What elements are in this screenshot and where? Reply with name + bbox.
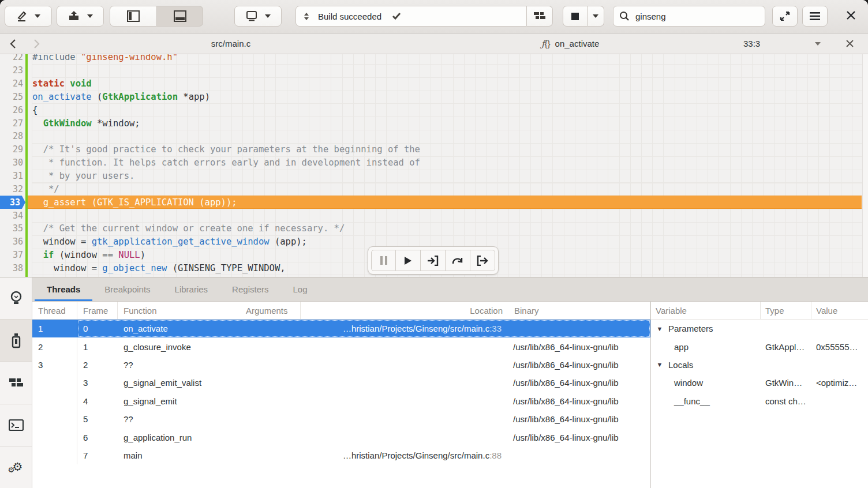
toggle-left-panel-button[interactable] (110, 6, 157, 27)
code-line-29[interactable]: 29 /* It's good practice to check your p… (0, 143, 868, 156)
pause-button[interactable] (371, 250, 396, 271)
search-input[interactable] (634, 11, 752, 22)
code-line-33[interactable]: 33 g_assert (GTK_IS_APPLICATION (app)); (0, 196, 868, 209)
column-header-binary[interactable]: Binary (508, 302, 650, 319)
code-line-23[interactable]: 23 (0, 64, 868, 77)
code-line-26[interactable]: 26{ (0, 103, 868, 117)
document-title[interactable]: src/main.c (211, 33, 250, 54)
stack-frame-row[interactable]: 21g_closure_invoke/usr/lib/x86_64-linux-… (32, 337, 650, 355)
code-line-28[interactable]: 28 (0, 130, 868, 143)
line-number[interactable]: 32 (0, 182, 25, 196)
panel-left-icon (127, 10, 140, 22)
variable-row[interactable]: appGtkAppl…0x55555… (651, 337, 868, 355)
stack-frame-row[interactable]: 7main…hristian/Projects/Ginseng/src/main… (32, 446, 650, 464)
line-number[interactable]: 27 (0, 117, 25, 130)
close-document-button[interactable] (846, 33, 854, 54)
column-header-thread[interactable]: Thread (32, 302, 77, 319)
stack-frame-row[interactable]: 5??/usr/lib/x86_64-linux-gnu/lib (32, 410, 650, 428)
code-line-31[interactable]: 31 * by your users. (0, 170, 868, 183)
run-options-button[interactable] (588, 6, 604, 27)
chevron-down-icon (35, 14, 40, 18)
line-number[interactable]: 29 (0, 143, 25, 156)
line-number[interactable]: 23 (0, 64, 25, 77)
source-editor[interactable]: 22#include "ginseng-window.h"2324static … (0, 54, 868, 277)
search-icon (619, 11, 630, 21)
variable-group-parameters[interactable]: ▼Parameters (651, 320, 868, 337)
stop-button[interactable] (563, 6, 588, 27)
column-header-variable[interactable]: Variable (651, 302, 761, 319)
column-header-value[interactable]: Value (811, 302, 868, 319)
code-line-27[interactable]: 27 GtkWindow *window; (0, 117, 868, 130)
stack-frame-row[interactable]: 6g_application_run/usr/lib/x86_64-linux-… (32, 428, 650, 446)
build-pipeline-button[interactable] (527, 6, 553, 27)
sidebar-item-terminal[interactable] (0, 404, 32, 446)
omnibar[interactable]: Build succeeded (295, 6, 527, 27)
code-line-32[interactable]: 32 */ (0, 182, 868, 196)
column-header-function[interactable]: Function (118, 302, 240, 319)
line-number[interactable]: 33 (0, 196, 25, 209)
global-search[interactable] (613, 6, 765, 27)
sidebar-item-debugger[interactable] (0, 320, 32, 362)
toggle-bottom-panel-button[interactable] (157, 6, 203, 27)
sidebar-item-messages[interactable] (0, 277, 32, 320)
window-close-button[interactable] (846, 10, 856, 20)
menu-button[interactable] (802, 6, 828, 27)
step-over-button[interactable] (446, 250, 470, 271)
variable-group-locals[interactable]: ▼Locals (651, 356, 868, 374)
tab-threads[interactable]: Threads (35, 277, 92, 301)
line-number[interactable]: 37 (0, 249, 25, 262)
nav-back-button[interactable] (9, 33, 16, 54)
line-number[interactable]: 26 (0, 103, 25, 117)
line-number[interactable]: 34 (0, 209, 25, 222)
code-line-39[interactable]: 39 "application", app (0, 275, 868, 277)
variables-view: VariableTypeValue ▼ParametersappGtkAppl…… (650, 302, 868, 488)
line-number[interactable]: 24 (0, 77, 25, 91)
column-header-arguments[interactable]: Arguments (240, 302, 301, 319)
stack-frame-row[interactable]: 10on_activate…hristian/Projects/Ginseng/… (32, 320, 650, 337)
expander-icon[interactable]: ▼ (656, 325, 664, 332)
code-line-24[interactable]: 24static void (0, 77, 868, 91)
stack-frame-row[interactable]: 32??/usr/lib/x86_64-linux-gnu/lib (32, 356, 650, 374)
frame-options-button[interactable] (815, 33, 821, 54)
stack-frame-row[interactable]: 3g_signal_emit_valist/usr/lib/x86_64-lin… (32, 374, 650, 392)
variable-row[interactable]: __func__const ch… (651, 392, 868, 410)
code-line-25[interactable]: 25on_activate (GtkApplication *app) (0, 91, 868, 104)
step-into-button[interactable] (421, 250, 446, 271)
code-line-35[interactable]: 35 /* Get the current window or create o… (0, 222, 868, 235)
expand-icon (780, 11, 790, 21)
export-button[interactable] (57, 6, 104, 27)
column-header-frame[interactable]: Frame (77, 302, 118, 319)
line-number[interactable]: 28 (0, 130, 25, 143)
continue-button[interactable] (396, 250, 421, 271)
code-line-22[interactable]: 22#include "ginseng-window.h" (0, 54, 868, 64)
column-header-location[interactable]: Location (301, 302, 508, 319)
tab-libraries[interactable]: Libraries (163, 277, 220, 301)
sidebar-item-build[interactable] (0, 362, 32, 404)
line-number[interactable]: 31 (0, 170, 25, 183)
line-number[interactable]: 36 (0, 235, 25, 249)
header-bar: Build succeeded (0, 0, 868, 33)
line-number[interactable]: 35 (0, 222, 25, 235)
sidebar-item-settings[interactable]: ⚙ ⚙ (0, 446, 32, 488)
line-number[interactable]: 22 (0, 54, 25, 64)
line-number[interactable]: 39 (0, 275, 25, 277)
line-number[interactable]: 38 (0, 262, 25, 275)
column-header-type[interactable]: Type (761, 302, 811, 319)
tab-registers[interactable]: Registers (220, 277, 280, 301)
code-line-30[interactable]: 30 * function. It helps catch errors ear… (0, 156, 868, 170)
expander-icon[interactable]: ▼ (656, 361, 664, 368)
code-line-34[interactable]: 34 (0, 209, 868, 222)
edit-mode-button[interactable] (5, 6, 52, 27)
tab-log[interactable]: Log (280, 277, 319, 301)
step-out-button[interactable] (470, 250, 495, 271)
line-number[interactable]: 25 (0, 91, 25, 104)
variable-row[interactable]: windowGtkWin…<optimiz… (651, 374, 868, 392)
stack-frame-row[interactable]: 4g_signal_emit/usr/lib/x86_64-linux-gnu/… (32, 392, 650, 410)
variables-table-header: VariableTypeValue (651, 302, 868, 320)
tab-breakpoints[interactable]: Breakpoints (92, 277, 162, 301)
fullscreen-button[interactable] (772, 6, 798, 27)
line-number[interactable]: 30 (0, 156, 25, 170)
symbol-indicator[interactable]: ƒ{} on_activate (541, 33, 599, 54)
device-selector-button[interactable] (234, 6, 282, 27)
nav-forward-button[interactable] (33, 33, 40, 54)
